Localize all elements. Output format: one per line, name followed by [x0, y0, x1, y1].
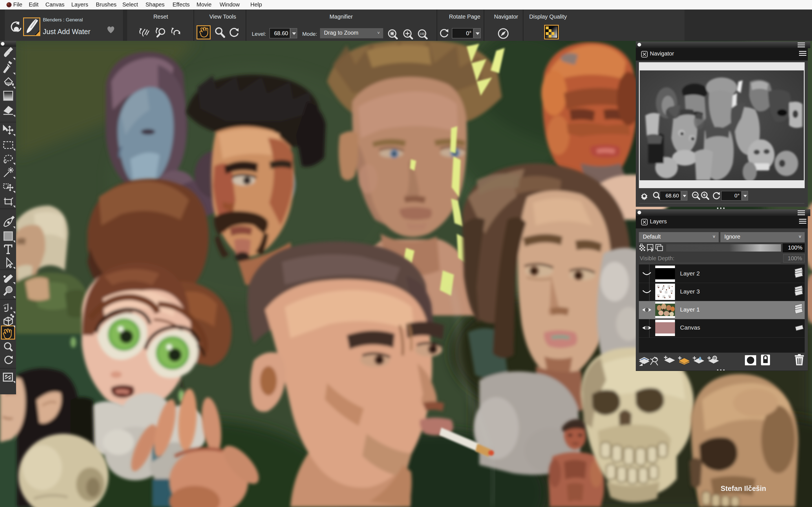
svg-text:100: 100 — [419, 32, 424, 36]
